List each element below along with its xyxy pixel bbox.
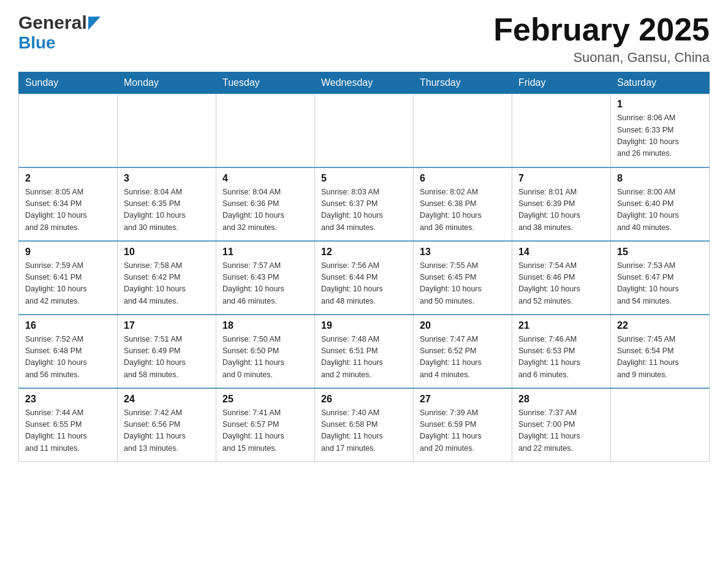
table-row: 14Sunrise: 7:54 AMSunset: 6:46 PMDayligh… <box>512 241 611 315</box>
table-row: 13Sunrise: 7:55 AMSunset: 6:45 PMDayligh… <box>414 241 512 315</box>
day-info: Sunrise: 7:40 AMSunset: 6:58 PMDaylight:… <box>321 407 407 455</box>
day-number: 25 <box>222 394 308 405</box>
day-number: 28 <box>518 394 604 405</box>
table-row <box>315 94 414 167</box>
day-info: Sunrise: 7:46 AMSunset: 6:53 PMDaylight:… <box>518 334 604 381</box>
table-row <box>414 94 512 167</box>
location-subtitle: Suonan, Gansu, China <box>493 50 710 66</box>
table-row: 20Sunrise: 7:47 AMSunset: 6:52 PMDayligh… <box>414 315 512 388</box>
table-row: 28Sunrise: 7:37 AMSunset: 7:00 PMDayligh… <box>512 388 611 462</box>
header-wednesday: Wednesday <box>315 72 414 94</box>
table-row: 8Sunrise: 8:00 AMSunset: 6:40 PMDaylight… <box>611 167 710 241</box>
logo-general-text: General <box>18 12 87 33</box>
calendar-week-row: 9Sunrise: 7:59 AMSunset: 6:41 PMDaylight… <box>19 241 710 315</box>
day-info: Sunrise: 7:47 AMSunset: 6:52 PMDaylight:… <box>420 334 506 381</box>
day-info: Sunrise: 7:53 AMSunset: 6:47 PMDaylight:… <box>617 260 703 308</box>
table-row: 10Sunrise: 7:58 AMSunset: 6:42 PMDayligh… <box>118 241 216 315</box>
table-row: 24Sunrise: 7:42 AMSunset: 6:56 PMDayligh… <box>118 388 216 462</box>
header-thursday: Thursday <box>414 72 512 94</box>
page-header: General Blue February 2025 Suonan, Gansu… <box>18 12 710 66</box>
day-number: 10 <box>124 247 210 258</box>
day-info: Sunrise: 7:45 AMSunset: 6:54 PMDaylight:… <box>617 334 703 381</box>
day-number: 19 <box>321 320 407 331</box>
header-friday: Friday <box>512 72 611 94</box>
day-info: Sunrise: 8:01 AMSunset: 6:39 PMDaylight:… <box>518 186 604 234</box>
table-row: 7Sunrise: 8:01 AMSunset: 6:39 PMDaylight… <box>512 167 611 241</box>
day-number: 15 <box>617 247 703 258</box>
logo: General Blue <box>18 12 100 53</box>
day-info: Sunrise: 7:50 AMSunset: 6:50 PMDaylight:… <box>222 334 308 381</box>
table-row: 27Sunrise: 7:39 AMSunset: 6:59 PMDayligh… <box>414 388 512 462</box>
day-number: 16 <box>25 320 111 331</box>
day-number: 9 <box>25 247 111 258</box>
calendar-week-row: 2Sunrise: 8:05 AMSunset: 6:34 PMDaylight… <box>19 167 710 241</box>
day-info: Sunrise: 8:04 AMSunset: 6:35 PMDaylight:… <box>124 186 210 234</box>
table-row: 18Sunrise: 7:50 AMSunset: 6:50 PMDayligh… <box>216 315 315 388</box>
day-info: Sunrise: 7:57 AMSunset: 6:43 PMDaylight:… <box>222 260 308 308</box>
day-number: 21 <box>518 320 604 331</box>
day-number: 4 <box>222 173 308 184</box>
day-info: Sunrise: 7:44 AMSunset: 6:55 PMDaylight:… <box>25 407 111 455</box>
table-row: 5Sunrise: 8:03 AMSunset: 6:37 PMDaylight… <box>315 167 414 241</box>
day-info: Sunrise: 7:56 AMSunset: 6:44 PMDaylight:… <box>321 260 407 308</box>
table-row: 9Sunrise: 7:59 AMSunset: 6:41 PMDaylight… <box>19 241 118 315</box>
day-info: Sunrise: 7:52 AMSunset: 6:48 PMDaylight:… <box>25 334 111 381</box>
calendar-header-row: Sunday Monday Tuesday Wednesday Thursday… <box>19 72 710 94</box>
table-row: 16Sunrise: 7:52 AMSunset: 6:48 PMDayligh… <box>19 315 118 388</box>
table-row: 15Sunrise: 7:53 AMSunset: 6:47 PMDayligh… <box>611 241 710 315</box>
day-number: 1 <box>617 99 703 110</box>
day-number: 26 <box>321 394 407 405</box>
day-number: 13 <box>420 247 506 258</box>
svg-marker-0 <box>88 17 100 30</box>
day-number: 24 <box>124 394 210 405</box>
day-info: Sunrise: 8:05 AMSunset: 6:34 PMDaylight:… <box>25 186 111 234</box>
day-info: Sunrise: 7:51 AMSunset: 6:49 PMDaylight:… <box>124 334 210 381</box>
month-year-title: February 2025 <box>493 12 710 47</box>
day-number: 12 <box>321 247 407 258</box>
table-row: 26Sunrise: 7:40 AMSunset: 6:58 PMDayligh… <box>315 388 414 462</box>
calendar-week-row: 1Sunrise: 8:06 AMSunset: 6:33 PMDaylight… <box>19 94 710 167</box>
title-area: February 2025 Suonan, Gansu, China <box>493 12 710 66</box>
day-number: 17 <box>124 320 210 331</box>
table-row <box>216 94 315 167</box>
table-row: 19Sunrise: 7:48 AMSunset: 6:51 PMDayligh… <box>315 315 414 388</box>
table-row <box>118 94 216 167</box>
table-row: 17Sunrise: 7:51 AMSunset: 6:49 PMDayligh… <box>118 315 216 388</box>
table-row: 23Sunrise: 7:44 AMSunset: 6:55 PMDayligh… <box>19 388 118 462</box>
logo-blue-text: Blue <box>18 33 56 52</box>
table-row <box>611 388 710 462</box>
day-number: 11 <box>222 247 308 258</box>
day-number: 23 <box>25 394 111 405</box>
day-number: 3 <box>124 173 210 184</box>
day-info: Sunrise: 7:48 AMSunset: 6:51 PMDaylight:… <box>321 334 407 381</box>
day-info: Sunrise: 7:42 AMSunset: 6:56 PMDaylight:… <box>124 407 210 455</box>
day-info: Sunrise: 8:02 AMSunset: 6:38 PMDaylight:… <box>420 186 506 234</box>
table-row: 3Sunrise: 8:04 AMSunset: 6:35 PMDaylight… <box>118 167 216 241</box>
table-row: 25Sunrise: 7:41 AMSunset: 6:57 PMDayligh… <box>216 388 315 462</box>
header-tuesday: Tuesday <box>216 72 315 94</box>
day-info: Sunrise: 7:59 AMSunset: 6:41 PMDaylight:… <box>25 260 111 308</box>
table-row: 11Sunrise: 7:57 AMSunset: 6:43 PMDayligh… <box>216 241 315 315</box>
day-info: Sunrise: 7:55 AMSunset: 6:45 PMDaylight:… <box>420 260 506 308</box>
day-number: 22 <box>617 320 703 331</box>
day-number: 5 <box>321 173 407 184</box>
day-number: 6 <box>420 173 506 184</box>
day-info: Sunrise: 8:06 AMSunset: 6:33 PMDaylight:… <box>617 112 703 160</box>
calendar-week-row: 16Sunrise: 7:52 AMSunset: 6:48 PMDayligh… <box>19 315 710 388</box>
table-row: 4Sunrise: 8:04 AMSunset: 6:36 PMDaylight… <box>216 167 315 241</box>
day-info: Sunrise: 7:39 AMSunset: 6:59 PMDaylight:… <box>420 407 506 455</box>
calendar-week-row: 23Sunrise: 7:44 AMSunset: 6:55 PMDayligh… <box>19 388 710 462</box>
table-row <box>512 94 611 167</box>
day-info: Sunrise: 8:03 AMSunset: 6:37 PMDaylight:… <box>321 186 407 234</box>
table-row: 22Sunrise: 7:45 AMSunset: 6:54 PMDayligh… <box>611 315 710 388</box>
calendar-table: Sunday Monday Tuesday Wednesday Thursday… <box>18 72 710 462</box>
header-sunday: Sunday <box>19 72 118 94</box>
table-row: 6Sunrise: 8:02 AMSunset: 6:38 PMDaylight… <box>414 167 512 241</box>
day-info: Sunrise: 7:37 AMSunset: 7:00 PMDaylight:… <box>518 407 604 455</box>
table-row: 1Sunrise: 8:06 AMSunset: 6:33 PMDaylight… <box>611 94 710 167</box>
day-number: 27 <box>420 394 506 405</box>
day-number: 7 <box>518 173 604 184</box>
day-number: 14 <box>518 247 604 258</box>
day-info: Sunrise: 8:04 AMSunset: 6:36 PMDaylight:… <box>222 186 308 234</box>
day-number: 8 <box>617 173 703 184</box>
